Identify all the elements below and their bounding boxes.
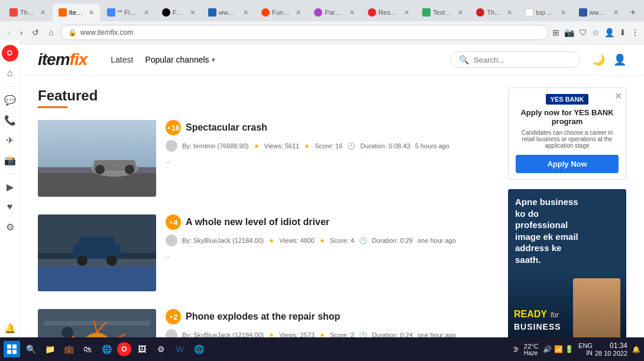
profile-icon[interactable]: 👤 <box>604 28 614 37</box>
shield-icon[interactable]: 🛡 <box>579 28 587 37</box>
star-score-2: ★ <box>319 237 325 245</box>
sidebar-icon-bell[interactable]: 🔔 <box>2 320 18 336</box>
tab-www-eno[interactable]: www.eno... ✕ <box>202 4 254 21</box>
extensions-icon[interactable]: ⊞ <box>552 28 559 37</box>
video-title-3[interactable]: Phone explodes at the repair shop <box>186 311 340 322</box>
back-button[interactable]: ‹ <box>5 26 14 39</box>
tab-close-4-icon[interactable]: ✕ <box>190 9 195 17</box>
ad2-image: READY for BUSINESS <box>508 272 626 343</box>
new-tab-button[interactable]: + <box>626 4 640 21</box>
video-info-2: ▲4 A whole new level of idiot driver By:… <box>166 214 496 259</box>
home-button[interactable]: ⌂ <box>46 26 56 39</box>
taskbar: 🔍 📁 💼 🛍 🌐 O 🖼 ⚙ W 🌐 🌫 22°C Haze 🔊 📶 🔋 EN… <box>0 337 644 361</box>
ad-apply-button[interactable]: Apply Now <box>516 155 619 173</box>
tab-find-your[interactable]: ** Find your ✕ <box>101 4 155 21</box>
tab-top-10[interactable]: top 10 liu... ✕ <box>519 4 571 21</box>
download-icon[interactable]: ⬇ <box>619 28 626 37</box>
video-by-1: By: brmtmn (76688.90) <box>182 142 249 149</box>
tab-text-sum[interactable]: Text Sum... ✕ <box>416 4 469 21</box>
sidebar-icon-heart[interactable]: ♥ <box>2 199 18 215</box>
thumbnail-1[interactable]: VIDEO ITEM 0:08.43 <box>38 120 156 197</box>
taskbar-time: 01:34 28 10 2022 <box>595 342 627 357</box>
taskbar-word[interactable]: W <box>171 341 188 357</box>
sidebar-icon-opera[interactable]: O <box>2 45 18 61</box>
video-desc-1: .. <box>166 157 496 165</box>
clock-icon-1: 🕐 <box>347 142 355 150</box>
taskbar-search[interactable]: 🔍 <box>22 341 39 357</box>
taskbar-chrome[interactable]: 🌐 <box>190 341 207 357</box>
tab-close-10-icon[interactable]: ✕ <box>507 9 512 17</box>
start-button[interactable] <box>4 341 20 357</box>
content-area: Featured VIDEO ITEM 0:08.43 <box>20 76 644 361</box>
tab-close-12-icon[interactable]: ✕ <box>613 9 619 17</box>
refresh-button[interactable]: ↺ <box>29 26 42 39</box>
nav-popular-channels[interactable]: Popular channels ▾ <box>145 55 215 64</box>
score-badge-3: ▲2 <box>166 309 181 324</box>
tab-the-best[interactable]: The Best ✕ <box>4 4 51 21</box>
tab-itemfix[interactable]: ItemFix - ✕ <box>53 4 100 21</box>
forward-button[interactable]: › <box>17 26 26 39</box>
login-icon[interactable]: 👤 <box>613 53 626 66</box>
tab-close-11-icon[interactable]: ✕ <box>561 9 566 17</box>
sidebar-icon-home[interactable]: ⌂ <box>2 65 18 82</box>
windows-icon <box>7 344 17 354</box>
video-title-2[interactable]: A whole new level of idiot driver <box>186 217 329 227</box>
taskbar-opera[interactable]: O <box>117 342 131 356</box>
search-input[interactable] <box>474 56 571 64</box>
taskbar-teams[interactable]: 💼 <box>60 341 77 357</box>
camera-icon[interactable]: 📷 <box>564 28 574 37</box>
taskbar-edge[interactable]: 🌐 <box>98 341 115 357</box>
tab-close-icon[interactable]: ✕ <box>40 9 46 17</box>
tab-close-6-icon[interactable]: ✕ <box>296 9 301 17</box>
video-desc-2: .. <box>166 251 496 259</box>
url-box[interactable]: 🔒 www.itemfix.com <box>60 25 549 40</box>
tab-the-best-2[interactable]: The Best ✕ <box>470 4 518 21</box>
video-item-1: VIDEO ITEM 0:08.43 <box>38 120 496 197</box>
taskbar-photos[interactable]: 🖼 <box>134 341 150 357</box>
tab-close-active-icon[interactable]: ✕ <box>89 9 94 17</box>
svg-rect-30 <box>7 350 11 354</box>
browser-actions: ⊞ 📷 🛡 ☆ 👤 ⬇ ⋮ <box>552 28 639 37</box>
video-views-2: Views: 4000 <box>279 237 315 244</box>
star-score-1: ★ <box>304 142 310 150</box>
score-badge-2: ▲4 <box>166 214 181 230</box>
sidebar-icon-settings[interactable]: ⚙ <box>2 219 18 235</box>
sidebar-icon-whatsapp[interactable]: 📞 <box>2 112 18 128</box>
taskbar-settings[interactable]: ⚙ <box>153 341 169 357</box>
sidebar-icon-messenger[interactable]: 💬 <box>2 92 18 108</box>
tab-funny-pi[interactable]: Funny Pi... ✕ <box>255 4 307 21</box>
clock-icon-2: 🕐 <box>359 237 367 245</box>
taskbar-notification[interactable]: 🔔 <box>632 346 640 353</box>
tab-close-3-icon[interactable]: ✕ <box>144 9 149 17</box>
menu-icon[interactable]: ⋮ <box>631 28 639 37</box>
ad2-top: Apne business ko do professional image e… <box>508 189 626 272</box>
tab-www-gov[interactable]: www.gov... ✕ <box>573 4 624 21</box>
thumbnail-2[interactable]: VIDEO ITEM 0:29 <box>38 214 156 291</box>
video-title-1[interactable]: Spectacular crash <box>186 122 267 133</box>
bookmark-icon[interactable]: ☆ <box>592 28 600 37</box>
sidebar-icon-telegram[interactable]: ✈ <box>2 132 18 148</box>
taskbar-store[interactable]: 🛍 <box>79 341 96 357</box>
search-box[interactable]: 🔍 <box>450 51 580 68</box>
taskbar-right: 🌫 22°C Haze 🔊 📶 🔋 ENG IN 01:34 28 10 202… <box>513 342 640 357</box>
tab-for-you[interactable]: For You ✕ <box>156 4 201 21</box>
tab-paraphra[interactable]: Paraphra... ✕ <box>308 4 361 21</box>
nav-latest[interactable]: Latest <box>111 55 133 64</box>
meta-row-1: By: brmtmn (76688.90) ★ Views: 5611 ★ Sc… <box>166 140 496 152</box>
tab-close-9-icon[interactable]: ✕ <box>458 9 463 17</box>
ad-close-icon-1[interactable]: ✕ <box>614 90 622 102</box>
taskbar-files[interactable]: 📁 <box>41 341 58 357</box>
sidebar-icon-play[interactable]: ▶ <box>2 178 18 195</box>
tab-close-8-icon[interactable]: ✕ <box>404 9 409 17</box>
tab-close-5-icon[interactable]: ✕ <box>243 9 248 17</box>
site-header: itemfix Latest Popular channels ▾ 🔍 🌙 👤 <box>20 44 644 76</box>
sidebar-icon-instagram[interactable]: 📸 <box>2 152 18 168</box>
taskbar-clock: ENG IN 01:34 28 10 2022 <box>578 342 627 357</box>
tab-close-7-icon[interactable]: ✕ <box>349 9 355 17</box>
dark-mode-icon[interactable]: 🌙 <box>592 53 605 66</box>
tab-bar: The Best ✕ ItemFix - ✕ ** Find your ✕ Fo… <box>0 0 644 21</box>
tab-resource[interactable]: Resource... ✕ <box>362 4 415 21</box>
video-duration-1: Duration: 0:08.43 <box>360 142 410 149</box>
svg-point-5 <box>95 165 105 174</box>
site-logo[interactable]: itemfix <box>38 50 87 69</box>
